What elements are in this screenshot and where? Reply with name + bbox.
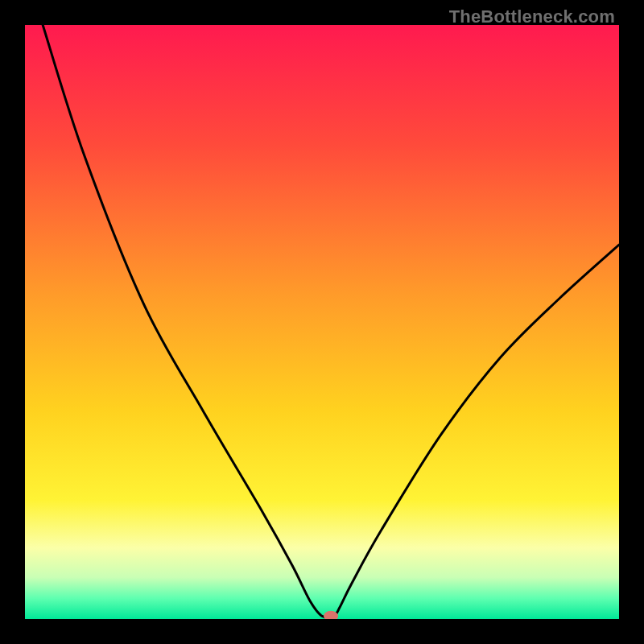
plot-area [25,25,619,619]
gradient-background [25,25,619,619]
chart-svg [25,25,619,619]
chart-frame: TheBottleneck.com [0,0,644,644]
